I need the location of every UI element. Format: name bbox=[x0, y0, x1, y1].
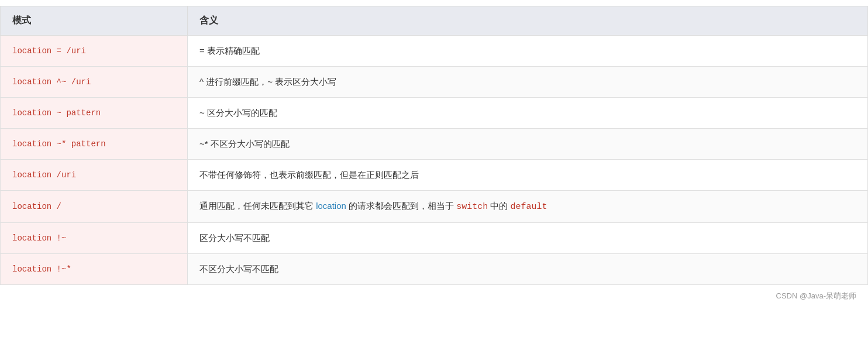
code-cell-1: location ^~ /uri bbox=[1, 67, 188, 98]
page-wrapper: 模式 含义 location = /uri= 表示精确匹配location ^~… bbox=[0, 0, 868, 347]
desc-cell-3: ~* 不区分大小写的匹配 bbox=[188, 129, 868, 160]
table-row: location /通用匹配，任何未匹配到其它 location 的请求都会匹配… bbox=[1, 191, 868, 223]
table-row: location ~* pattern~* 不区分大小写的匹配 bbox=[1, 129, 868, 160]
desc-cell-0: = 表示精确匹配 bbox=[188, 36, 868, 67]
table-row: location ~ pattern~ 区分大小写的匹配 bbox=[1, 98, 868, 129]
desc-cell-4: 不带任何修饰符，也表示前缀匹配，但是在正则匹配之后 bbox=[188, 160, 868, 191]
col-header-mode: 模式 bbox=[1, 6, 188, 36]
inline-code-default: default bbox=[511, 202, 547, 212]
highlight-location: location bbox=[316, 201, 346, 211]
desc-cell-2: ~ 区分大小写的匹配 bbox=[188, 98, 868, 129]
desc-cell-6: 区分大小写不匹配 bbox=[188, 223, 868, 254]
table-row: location = /uri= 表示精确匹配 bbox=[1, 36, 868, 67]
code-cell-5: location / bbox=[1, 191, 188, 223]
table-header-row: 模式 含义 bbox=[1, 6, 868, 36]
location-table: 模式 含义 location = /uri= 表示精确匹配location ^~… bbox=[0, 6, 868, 285]
table-row: location !~区分大小写不匹配 bbox=[1, 223, 868, 254]
desc-cell-7: 不区分大小写不匹配 bbox=[188, 254, 868, 285]
code-cell-4: location /uri bbox=[1, 160, 188, 191]
code-cell-0: location = /uri bbox=[1, 36, 188, 67]
desc-cell-1: ^ 进行前缀匹配，~ 表示区分大小写 bbox=[188, 67, 868, 98]
col-header-meaning: 含义 bbox=[188, 6, 868, 36]
code-cell-3: location ~* pattern bbox=[1, 129, 188, 160]
table-row: location /uri不带任何修饰符，也表示前缀匹配，但是在正则匹配之后 bbox=[1, 160, 868, 191]
footer-text: CSDN @Java-呆萌老师 bbox=[0, 285, 868, 301]
table-row: location !~*不区分大小写不匹配 bbox=[1, 254, 868, 285]
code-cell-7: location !~* bbox=[1, 254, 188, 285]
code-cell-2: location ~ pattern bbox=[1, 98, 188, 129]
code-cell-6: location !~ bbox=[1, 223, 188, 254]
inline-code-switch: switch bbox=[456, 202, 488, 212]
desc-cell-5: 通用匹配，任何未匹配到其它 location 的请求都会匹配到，相当于 swit… bbox=[188, 191, 868, 223]
table-row: location ^~ /uri^ 进行前缀匹配，~ 表示区分大小写 bbox=[1, 67, 868, 98]
